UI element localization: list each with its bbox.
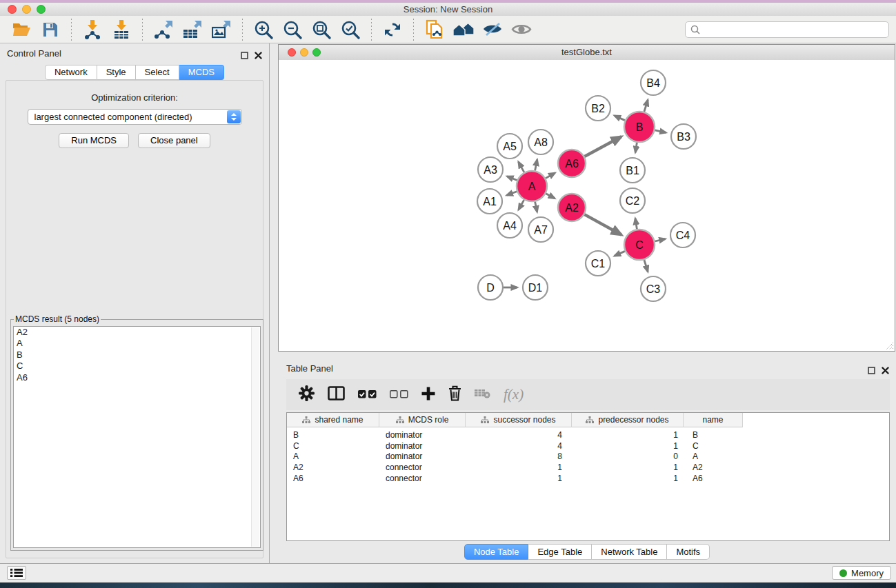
column-header-mcds-role[interactable]: MCDS role bbox=[379, 413, 466, 427]
minimize-network-window-button[interactable] bbox=[300, 48, 308, 57]
zoom-network-window-button[interactable] bbox=[312, 48, 321, 57]
graph-edge-A-A4[interactable] bbox=[519, 200, 524, 210]
search-input[interactable] bbox=[704, 23, 884, 35]
float-panel-button[interactable] bbox=[241, 50, 248, 62]
column-header-name[interactable]: name bbox=[684, 413, 743, 427]
mcds-result-item[interactable]: A6 bbox=[14, 372, 260, 383]
table-row[interactable]: A2connector11A2 bbox=[287, 462, 889, 473]
refresh-button[interactable] bbox=[381, 18, 404, 41]
close-network-window-button[interactable] bbox=[288, 48, 296, 57]
table-row[interactable]: Adominator80A bbox=[287, 452, 889, 463]
deselect-all-button[interactable] bbox=[390, 389, 408, 401]
table-cell[interactable]: 1 bbox=[466, 474, 572, 483]
tab-node-table[interactable]: Node Table bbox=[464, 544, 529, 560]
graph-edge-B-B2[interactable] bbox=[615, 116, 625, 121]
run-mcds-button[interactable]: Run MCDS bbox=[59, 133, 129, 148]
add-column-button[interactable] bbox=[421, 387, 435, 403]
column-header-shared-name[interactable]: shared name bbox=[287, 413, 379, 427]
open-session-button[interactable] bbox=[10, 18, 33, 41]
table-cell[interactable]: A6 bbox=[684, 474, 743, 483]
graph-edge-A-A2[interactable] bbox=[546, 194, 555, 199]
tab-style[interactable]: Style bbox=[97, 65, 136, 80]
export-table-button[interactable] bbox=[181, 18, 204, 41]
memory-button[interactable]: Memory bbox=[832, 566, 891, 580]
table-cell[interactable]: dominator bbox=[379, 441, 466, 451]
table-cell[interactable]: B bbox=[684, 430, 743, 440]
network-canvas[interactable]: B4B2BB3A8A5A6A3B1AC2A1A2A4A7C4CC1DD1C3 bbox=[279, 60, 895, 351]
close-panel-button[interactable] bbox=[255, 50, 262, 62]
table-cell[interactable]: 1 bbox=[572, 441, 684, 451]
mcds-result-item[interactable]: A bbox=[14, 338, 260, 349]
table-cell[interactable]: 1 bbox=[572, 474, 684, 483]
zoom-out-button[interactable] bbox=[281, 18, 304, 41]
criterion-select[interactable]: largest connected component (directed) bbox=[28, 109, 242, 125]
graph-edge-A2-C[interactable] bbox=[584, 214, 621, 234]
import-table-button[interactable] bbox=[110, 18, 133, 41]
table-cell[interactable]: dominator bbox=[379, 430, 466, 440]
show-graphics-button[interactable] bbox=[510, 18, 533, 41]
minimize-window-button[interactable] bbox=[22, 5, 31, 14]
graph-edge-B-B4[interactable] bbox=[644, 100, 648, 112]
table-settings-button[interactable] bbox=[299, 385, 315, 404]
graph-edge-C-C2[interactable] bbox=[635, 219, 637, 230]
tab-select[interactable]: Select bbox=[136, 65, 179, 80]
tab-edge-table[interactable]: Edge Table bbox=[528, 544, 592, 560]
table-cell[interactable]: 4 bbox=[466, 430, 572, 440]
tab-mcds[interactable]: MCDS bbox=[179, 65, 224, 80]
select-all-button[interactable] bbox=[358, 389, 377, 401]
task-history-button[interactable] bbox=[7, 566, 26, 580]
import-network-button[interactable] bbox=[81, 18, 104, 41]
mcds-result-item[interactable]: B bbox=[14, 349, 260, 361]
table-row[interactable]: A6connector11A6 bbox=[287, 473, 889, 484]
table-cell[interactable]: 8 bbox=[466, 452, 572, 461]
save-session-button[interactable] bbox=[39, 18, 62, 41]
graph-edge-A-A1[interactable] bbox=[507, 192, 517, 195]
table-cell[interactable]: connector bbox=[379, 463, 466, 472]
mcds-result-item[interactable]: A2 bbox=[14, 327, 260, 338]
table-row[interactable]: Bdominator41B bbox=[287, 429, 889, 440]
zoom-selected-button[interactable] bbox=[339, 18, 362, 41]
table-cell[interactable]: 1 bbox=[572, 430, 684, 440]
tab-network-table[interactable]: Network Table bbox=[592, 544, 667, 560]
resize-grip-icon[interactable] bbox=[885, 341, 894, 350]
home-layout-button[interactable] bbox=[452, 18, 475, 41]
graph-edge-A-A5[interactable] bbox=[519, 162, 524, 172]
graph-edge-C-C4[interactable] bbox=[655, 239, 666, 241]
graph-edge-A6-B[interactable] bbox=[585, 136, 621, 156]
table-cell[interactable]: A bbox=[684, 452, 743, 461]
column-header-predecessor-nodes[interactable]: predecessor nodes bbox=[572, 413, 684, 427]
table-cell[interactable]: A2 bbox=[287, 463, 379, 472]
graph-edge-A-A3[interactable] bbox=[507, 176, 517, 181]
tab-motifs[interactable]: Motifs bbox=[667, 544, 710, 560]
table-cell[interactable]: dominator bbox=[379, 452, 466, 461]
mcds-result-item[interactable]: C bbox=[14, 361, 260, 372]
select-stepper-icon[interactable] bbox=[227, 110, 241, 123]
delete-column-button[interactable] bbox=[448, 385, 461, 404]
graph-edge-C-C3[interactable] bbox=[644, 260, 648, 272]
column-header-successor-nodes[interactable]: successor nodes bbox=[466, 413, 572, 427]
table-cell[interactable]: 1 bbox=[572, 463, 684, 472]
result-scrollbar[interactable] bbox=[251, 327, 259, 547]
table-cell[interactable]: 1 bbox=[466, 463, 572, 472]
zoom-in-button[interactable] bbox=[252, 18, 275, 41]
graph-edge-B-B1[interactable] bbox=[635, 143, 637, 153]
graph-edge-C-C1[interactable] bbox=[615, 251, 625, 256]
table-cell[interactable]: C bbox=[684, 441, 743, 451]
mcds-result-list[interactable]: A2ABCA6 bbox=[13, 326, 261, 548]
close-window-button[interactable] bbox=[8, 5, 17, 14]
graph-edge-A-A6[interactable] bbox=[546, 173, 555, 179]
table-cell[interactable]: 0 bbox=[572, 452, 684, 461]
graph-edge-A-A8[interactable] bbox=[535, 160, 537, 171]
hide-graphics-button[interactable] bbox=[481, 18, 504, 41]
search-box[interactable] bbox=[685, 21, 889, 38]
export-image-button[interactable] bbox=[210, 18, 233, 41]
table-row[interactable]: Cdominator41C bbox=[287, 440, 889, 452]
graph-edge-A-A7[interactable] bbox=[535, 202, 537, 212]
tab-network[interactable]: Network bbox=[45, 65, 97, 80]
table-cell[interactable]: B bbox=[287, 430, 379, 440]
zoom-fit-button[interactable] bbox=[310, 18, 333, 41]
export-network-button[interactable] bbox=[152, 18, 175, 41]
float-table-panel-button[interactable] bbox=[868, 365, 875, 377]
table-cell[interactable]: A6 bbox=[287, 474, 379, 483]
table-cell[interactable]: C bbox=[287, 441, 379, 451]
